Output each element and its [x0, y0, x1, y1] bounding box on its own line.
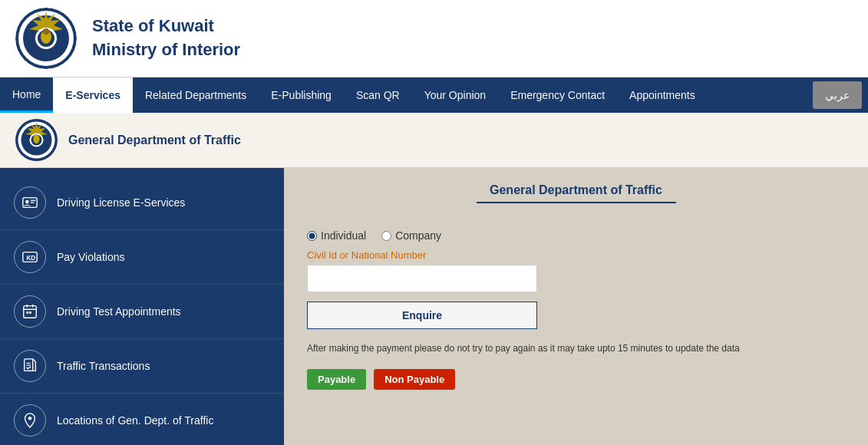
nonpayable-badge: Non Payable [374, 369, 455, 390]
svg-point-14 [34, 134, 40, 143]
radio-company[interactable]: Company [381, 229, 441, 242]
sidebar-item-transactions[interactable]: Traffic Transactions [0, 339, 284, 394]
nav-scanqr[interactable]: Scan QR [344, 77, 412, 113]
sidebar-item-pay[interactable]: KD Pay Violations [0, 230, 284, 285]
header-logo [15, 8, 77, 69]
sidebar-label-pay: Pay Violations [57, 251, 124, 263]
nav-eservices[interactable]: E-Services [53, 77, 133, 113]
document-icon [14, 350, 46, 382]
sidebar-label-license: Driving License E-Services [57, 196, 185, 209]
panel-divider [477, 202, 676, 203]
sidebar-item-locations[interactable]: Locations of Gen. Dept. of Traffic [0, 394, 284, 445]
nav-epublishing[interactable]: E-Publishing [259, 77, 344, 113]
civil-id-input[interactable] [307, 265, 537, 292]
nav-emergency[interactable]: Emergency Contact [498, 77, 617, 113]
sidebar-item-appointments[interactable]: Driving Test Appointments [0, 285, 284, 339]
navbar: Home E-Services Related Departments E-Pu… [0, 77, 868, 113]
payable-badge: Payable [307, 369, 366, 390]
panel-title: General Department of Traffic [307, 183, 845, 197]
sidebar-label-transactions: Traffic Transactions [57, 360, 150, 372]
subheader-title: General Department of Traffic [68, 134, 241, 147]
badge-group: Payable Non Payable [307, 369, 845, 390]
pay-icon: KD [14, 241, 46, 273]
nav-home[interactable]: Home [0, 77, 53, 113]
svg-point-30 [28, 417, 32, 420]
svg-point-16 [25, 200, 29, 204]
sidebar: Driving License E-Services KD Pay Violat… [0, 168, 284, 445]
svg-point-7 [43, 28, 49, 35]
notice-text: After making the payment please do not t… [307, 341, 767, 355]
main-content: Driving License E-Services KD Pay Violat… [0, 168, 868, 445]
location-icon [14, 404, 46, 437]
radio-group: Individual Company [307, 229, 845, 242]
subheader-logo [15, 119, 58, 161]
sidebar-label-locations: Locations of Gen. Dept. of Traffic [57, 414, 213, 427]
nav-appointments[interactable]: Appointments [617, 77, 708, 113]
sidebar-item-license[interactable]: Driving License E-Services [0, 176, 284, 230]
svg-text:KD: KD [26, 255, 35, 262]
subheader: General Department of Traffic [0, 113, 868, 168]
svg-rect-26 [29, 312, 31, 314]
field-label: Civil Id or National Number [307, 249, 845, 261]
nav-related[interactable]: Related Departments [133, 77, 259, 113]
sidebar-label-appointments: Driving Test Appointments [57, 305, 181, 318]
svg-rect-25 [26, 312, 28, 314]
header: State of Kuwait Ministry of Interior [0, 0, 868, 77]
nav-opinion[interactable]: Your Opinion [412, 77, 498, 113]
calendar-icon [14, 295, 46, 328]
nav-arabic[interactable]: عربي [813, 81, 862, 109]
radio-individual[interactable]: Individual [307, 229, 366, 242]
right-panel: General Department of Traffic Individual… [284, 168, 868, 445]
license-icon [14, 186, 46, 219]
header-title: State of Kuwait Ministry of Interior [92, 15, 240, 62]
enquire-button[interactable]: Enquire [307, 302, 537, 329]
